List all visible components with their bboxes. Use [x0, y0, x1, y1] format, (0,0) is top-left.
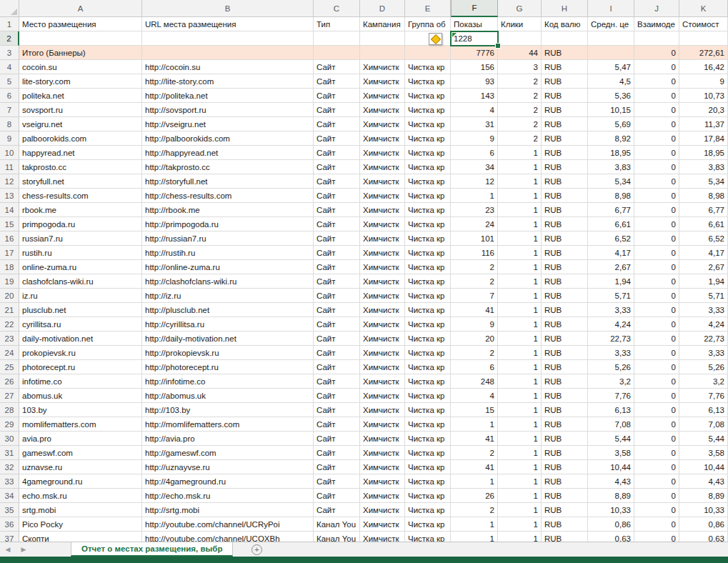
- cell-J9[interactable]: 0: [634, 131, 679, 146]
- cell-C36[interactable]: Канал You: [314, 517, 360, 532]
- row-header-36[interactable]: 36: [0, 517, 19, 532]
- row-header-12[interactable]: 12: [0, 174, 19, 189]
- cell-K17[interactable]: 4,17: [679, 246, 728, 260]
- cell-J28[interactable]: 0: [634, 403, 679, 417]
- cell-G1[interactable]: Клики: [498, 17, 542, 31]
- cell-I8[interactable]: 5,69: [588, 117, 634, 131]
- cell-E27[interactable]: Чистка кр: [405, 389, 451, 403]
- cell-D2[interactable]: [360, 31, 405, 46]
- cell-H2[interactable]: [542, 31, 588, 46]
- cell-F23[interactable]: 20: [451, 332, 498, 346]
- cell-H24[interactable]: RUB: [542, 346, 588, 360]
- cell-F21[interactable]: 41: [451, 303, 498, 317]
- cell-F29[interactable]: 1: [451, 417, 498, 432]
- cell-A8[interactable]: vseigru.net: [19, 117, 142, 131]
- cell-H6[interactable]: RUB: [542, 89, 588, 103]
- cell-F32[interactable]: 41: [451, 460, 498, 474]
- row-header-22[interactable]: 22: [0, 317, 19, 332]
- cell-H25[interactable]: RUB: [542, 360, 588, 374]
- cell-E19[interactable]: Чистка кр: [405, 274, 451, 289]
- cell-B22[interactable]: http://cyrillitsa.ru: [142, 317, 314, 332]
- cell-A5[interactable]: lite-story.com: [19, 74, 142, 89]
- error-options-button[interactable]: [429, 33, 442, 45]
- cell-E21[interactable]: Чистка кр: [405, 303, 451, 317]
- cell-J36[interactable]: 0: [634, 517, 679, 532]
- cell-F7[interactable]: 4: [451, 103, 498, 117]
- cell-E31[interactable]: Чистка кр: [405, 446, 451, 460]
- cell-A10[interactable]: happyread.net: [19, 146, 142, 160]
- cell-F37[interactable]: 1: [451, 532, 498, 542]
- cell-A37[interactable]: Скопти: [19, 532, 142, 542]
- cell-I27[interactable]: 7,76: [588, 389, 634, 403]
- cell-K10[interactable]: 18,95: [679, 146, 728, 160]
- cell-D13[interactable]: Химчистк: [360, 189, 405, 203]
- cell-D7[interactable]: Химчистк: [360, 103, 405, 117]
- cell-A30[interactable]: avia.pro: [19, 432, 142, 446]
- cell-F16[interactable]: 101: [451, 231, 498, 246]
- row-header-9[interactable]: 9: [0, 131, 19, 146]
- cell-I25[interactable]: 5,26: [588, 360, 634, 374]
- cell-B35[interactable]: http://srtg.mobi: [142, 503, 314, 517]
- cell-E22[interactable]: Чистка кр: [405, 317, 451, 332]
- cell-B8[interactable]: http://vseigru.net: [142, 117, 314, 131]
- cell-I3[interactable]: [588, 46, 634, 60]
- row-header-31[interactable]: 31: [0, 446, 19, 460]
- cell-D18[interactable]: Химчистк: [360, 260, 405, 274]
- cell-K2[interactable]: [679, 31, 728, 46]
- cell-D36[interactable]: Химчистк: [360, 517, 405, 532]
- cell-C35[interactable]: Сайт: [314, 503, 360, 517]
- cell-E14[interactable]: Чистка кр: [405, 203, 451, 217]
- cell-E17[interactable]: Чистка кр: [405, 246, 451, 260]
- cell-I32[interactable]: 10,44: [588, 460, 634, 474]
- cell-A26[interactable]: infotime.co: [19, 374, 142, 389]
- cell-E33[interactable]: Чистка кр: [405, 474, 451, 489]
- cell-D20[interactable]: Химчистк: [360, 289, 405, 303]
- cell-K15[interactable]: 6,61: [679, 217, 728, 231]
- cell-G12[interactable]: 1: [498, 174, 542, 189]
- cell-I36[interactable]: 0,86: [588, 517, 634, 532]
- cell-G32[interactable]: 1: [498, 460, 542, 474]
- cell-D10[interactable]: Химчистк: [360, 146, 405, 160]
- cell-H34[interactable]: RUB: [542, 489, 588, 503]
- cell-K13[interactable]: 8,98: [679, 189, 728, 203]
- cell-K30[interactable]: 5,44: [679, 432, 728, 446]
- cell-I15[interactable]: 6,61: [588, 217, 634, 231]
- cell-F36[interactable]: 1: [451, 517, 498, 532]
- row-header-13[interactable]: 13: [0, 189, 19, 203]
- cell-K7[interactable]: 20,3: [679, 103, 728, 117]
- cell-G10[interactable]: 1: [498, 146, 542, 160]
- cell-K21[interactable]: 3,33: [679, 303, 728, 317]
- cell-G34[interactable]: 1: [498, 489, 542, 503]
- cell-C2[interactable]: [314, 31, 360, 46]
- cell-B31[interactable]: http://gameswf.com: [142, 446, 314, 460]
- cell-A32[interactable]: uznavse.ru: [19, 460, 142, 474]
- cell-I14[interactable]: 6,77: [588, 203, 634, 217]
- cell-B30[interactable]: http://avia.pro: [142, 432, 314, 446]
- cell-E8[interactable]: Чистка кр: [405, 117, 451, 131]
- cell-B26[interactable]: http://infotime.co: [142, 374, 314, 389]
- cell-D15[interactable]: Химчистк: [360, 217, 405, 231]
- row-header-19[interactable]: 19: [0, 274, 19, 289]
- cell-D21[interactable]: Химчистк: [360, 303, 405, 317]
- cell-I30[interactable]: 5,44: [588, 432, 634, 446]
- cell-B16[interactable]: http://russian7.ru: [142, 231, 314, 246]
- cell-F5[interactable]: 93: [451, 74, 498, 89]
- cell-H8[interactable]: RUB: [542, 117, 588, 131]
- cell-E37[interactable]: Чистка кр: [405, 532, 451, 542]
- cell-C17[interactable]: Сайт: [314, 246, 360, 260]
- cell-F30[interactable]: 41: [451, 432, 498, 446]
- cell-A31[interactable]: gameswf.com: [19, 446, 142, 460]
- cell-B14[interactable]: http://rbook.me: [142, 203, 314, 217]
- cell-F11[interactable]: 34: [451, 160, 498, 174]
- cell-I23[interactable]: 22,73: [588, 332, 634, 346]
- cell-H17[interactable]: RUB: [542, 246, 588, 260]
- cell-B1[interactable]: URL места размещения: [142, 17, 314, 31]
- cell-I12[interactable]: 5,34: [588, 174, 634, 189]
- cell-B24[interactable]: http://prokopievsk.ru: [142, 346, 314, 360]
- cell-B2[interactable]: [142, 31, 314, 46]
- cell-K20[interactable]: 5,71: [679, 289, 728, 303]
- cell-J34[interactable]: 0: [634, 489, 679, 503]
- cell-H4[interactable]: RUB: [542, 60, 588, 74]
- cell-G13[interactable]: 1: [498, 189, 542, 203]
- cell-G31[interactable]: 1: [498, 446, 542, 460]
